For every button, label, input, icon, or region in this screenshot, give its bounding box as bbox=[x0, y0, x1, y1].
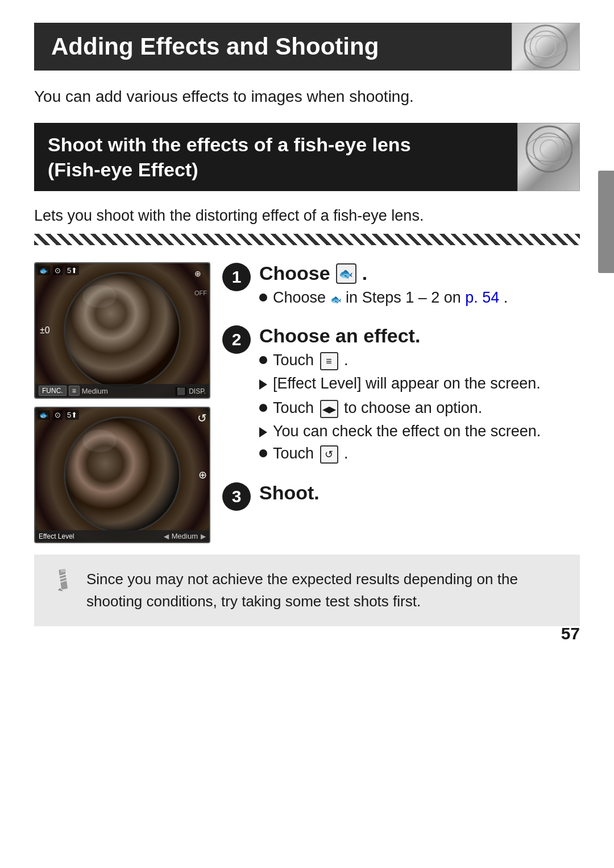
screen2-medium-text: Medium bbox=[172, 532, 198, 540]
step-1-content: Choose 🐟 . Choose 🐟 in Steps 1 – 2 on p.… bbox=[259, 262, 580, 311]
screen1-disp-label: DISP. bbox=[189, 387, 206, 395]
fisheye-image-1 bbox=[35, 263, 209, 398]
screen1-func-btn: FUNC. bbox=[39, 386, 67, 396]
step-3: 3 Shoot. bbox=[222, 482, 580, 511]
fisheye-circle-2 bbox=[65, 418, 179, 532]
bullet-arrow-2 bbox=[259, 427, 267, 437]
step-2-bullet-3: Touch ◀▶ to choose an option. bbox=[259, 399, 580, 418]
section-title-bar: Shoot with the effects of a fish-eye len… bbox=[34, 123, 517, 191]
step-1-number-container: 1 bbox=[222, 262, 251, 292]
step-1: 1 Choose 🐟 . Choose 🐟 in Steps bbox=[222, 262, 580, 311]
camera-screen-2: 🐟 ⊙ 5⬆ ↺ ⊕ Effect Level ◀ Medium ▶ bbox=[34, 407, 210, 543]
step-2-number-container: 2 bbox=[222, 325, 251, 354]
step-2-bullet-4-text: You can check the effect on the screen. bbox=[273, 423, 541, 440]
bullet-arrow-1 bbox=[259, 379, 267, 390]
section-header: Shoot with the effects of a fish-eye len… bbox=[34, 123, 580, 191]
screen2-top-icons: 🐟 ⊙ 5⬆ bbox=[38, 410, 79, 420]
step-2-bullet-4: You can check the effect on the screen. bbox=[259, 423, 580, 440]
step-2-bullet-1: Touch ≡ . bbox=[259, 352, 580, 370]
step1-link[interactable]: p. 54 bbox=[465, 289, 499, 306]
step-2-bullet-1-text: Touch ≡ . bbox=[273, 352, 349, 370]
screen2-target-icon: ⊕ bbox=[198, 469, 207, 481]
screen1-bottom-bar: FUNC. ≡ Medium ⬛ DISP. bbox=[35, 384, 209, 398]
screen2-icon-focus: ⊙ bbox=[53, 410, 63, 420]
step-2-bullet-5-text: Touch ↺ . bbox=[273, 445, 349, 464]
section-decorative-image bbox=[517, 123, 580, 191]
screen2-icon-flash: 5⬆ bbox=[65, 410, 79, 420]
svg-point-0 bbox=[525, 26, 567, 68]
screen1-medium-label: Medium bbox=[82, 387, 108, 395]
screenshots-column: 🐟 ⊙ 5⬆ ±0 ⊕ OFF FUNC. ≡ Medium bbox=[34, 262, 210, 543]
header-decorative-image bbox=[512, 23, 580, 71]
page-header: Adding Effects and Shooting bbox=[34, 23, 580, 71]
diagonal-divider bbox=[34, 234, 580, 245]
screen1-target-icon: ⊕ bbox=[194, 269, 207, 278]
step-3-content: Shoot. bbox=[259, 482, 580, 509]
note-icon bbox=[50, 568, 76, 594]
sidebar-tab bbox=[598, 171, 614, 273]
screen2-icon-fish: 🐟 bbox=[38, 410, 50, 420]
screen1-icon-flash: 5⬆ bbox=[65, 266, 79, 275]
pencil-icon bbox=[52, 568, 74, 594]
step-2-content: Choose an effect. Touch ≡ . [Effect Leve… bbox=[259, 325, 580, 468]
screen1-filter-icon: OFF bbox=[194, 290, 207, 296]
screen1-icon-focus: ⊙ bbox=[53, 266, 63, 275]
step-3-number-container: 3 bbox=[222, 482, 251, 511]
screen1-pm: ±0 bbox=[40, 325, 50, 336]
step2-undo-icon: ↺ bbox=[320, 445, 338, 464]
step-1-bullet-text: Choose 🐟 in Steps 1 – 2 on p. 54 . bbox=[273, 289, 508, 307]
step-1-bullet-1: Choose 🐟 in Steps 1 – 2 on p. 54 . bbox=[259, 289, 580, 307]
step-2-bullet-2: [Effect Level] will appear on the screen… bbox=[259, 375, 580, 392]
main-content: 🐟 ⊙ 5⬆ ±0 ⊕ OFF FUNC. ≡ Medium bbox=[34, 262, 580, 543]
section-title: Shoot with the effects of a fish-eye len… bbox=[48, 132, 504, 182]
bullet-dot-4 bbox=[259, 449, 267, 457]
step-3-title: Shoot. bbox=[259, 482, 580, 504]
step-2-bullet-2-text: [Effect Level] will appear on the screen… bbox=[273, 375, 541, 392]
svg-point-6 bbox=[540, 140, 558, 158]
step-2: 2 Choose an effect. Touch ≡ . bbox=[222, 325, 580, 468]
bullet-dot-1 bbox=[259, 294, 267, 301]
step-1-title: Choose 🐟 . bbox=[259, 262, 580, 284]
page-number: 57 bbox=[561, 624, 580, 643]
step-2-circle: 2 bbox=[222, 325, 251, 354]
page-title: Adding Effects and Shooting bbox=[51, 33, 495, 60]
svg-point-2 bbox=[536, 36, 555, 56]
screen1-right-icons: ⊕ OFF bbox=[194, 269, 207, 296]
camera-screen-1: 🐟 ⊙ 5⬆ ±0 ⊕ OFF FUNC. ≡ Medium bbox=[34, 262, 210, 399]
step-2-bullet-3-text: Touch ◀▶ to choose an option. bbox=[273, 399, 482, 418]
step2-menu-icon: ≡ bbox=[320, 352, 338, 370]
screen2-right-arrow: ▶ bbox=[201, 532, 206, 540]
step-1-circle: 1 bbox=[222, 263, 251, 291]
step1-fish-icon: 🐟 bbox=[336, 263, 356, 284]
screen2-undo-icon: ↺ bbox=[197, 411, 207, 425]
note-text: Since you may not achieve the expected r… bbox=[86, 568, 564, 613]
step-2-bullet-5: Touch ↺ . bbox=[259, 445, 580, 464]
bullet-dot-3 bbox=[259, 404, 267, 412]
page-container: Adding Effects and Shooting You can add … bbox=[0, 0, 614, 660]
note-box: Since you may not achieve the expected r… bbox=[34, 555, 580, 626]
screen1-disp-icon: ⬛ bbox=[175, 387, 187, 396]
screen2-left-arrow: ◀ bbox=[164, 532, 169, 540]
screen1-disp: ⬛ DISP. bbox=[175, 387, 206, 395]
screen1-top-icons: 🐟 ⊙ 5⬆ bbox=[38, 266, 79, 275]
step2-arrows-icon: ◀▶ bbox=[320, 400, 338, 418]
screen1-icon-fish: 🐟 bbox=[38, 266, 50, 275]
bullet-dot-2 bbox=[259, 356, 267, 364]
section-description: Lets you shoot with the distorting effec… bbox=[34, 207, 580, 225]
screen2-bottom-bar: Effect Level ◀ Medium ▶ bbox=[35, 530, 209, 542]
step-3-circle: 3 bbox=[222, 482, 251, 511]
fisheye-image-2 bbox=[35, 408, 209, 542]
svg-point-3 bbox=[525, 35, 567, 57]
title-bar: Adding Effects and Shooting bbox=[34, 23, 512, 71]
screen1-bottom-left: FUNC. ≡ Medium bbox=[39, 386, 108, 396]
screen1-menu-btn: ≡ bbox=[69, 386, 80, 396]
step-2-title: Choose an effect. bbox=[259, 325, 580, 347]
screen2-medium-bar: ◀ Medium ▶ bbox=[164, 532, 206, 540]
screen2-effect-level: Effect Level bbox=[39, 532, 74, 540]
steps-column: 1 Choose 🐟 . Choose 🐟 in Steps bbox=[222, 262, 580, 543]
step1-fish-icon-2: 🐟 bbox=[330, 295, 342, 304]
intro-text: You can add various effects to images wh… bbox=[34, 88, 580, 106]
fisheye-circle-1 bbox=[65, 274, 179, 387]
